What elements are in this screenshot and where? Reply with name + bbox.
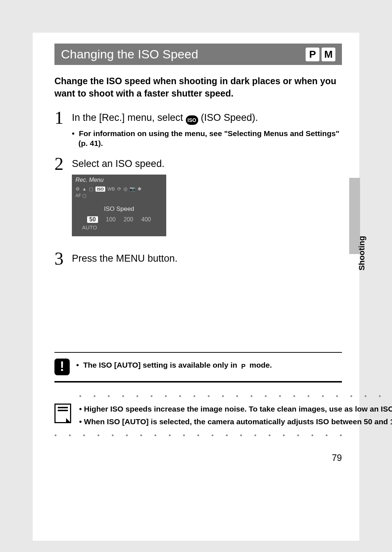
cam-value: 100 xyxy=(106,216,116,223)
page-heading-bar: Changing the ISO Speed P M xyxy=(54,44,342,65)
mode-m-icon: M xyxy=(322,48,335,61)
warning-text-after: mode. xyxy=(247,361,272,369)
mode-p-inline-icon: P xyxy=(239,363,247,371)
step-2: 2 Select an ISO speed. Rec. Menu ⚙ ▲ ▢ I… xyxy=(54,155,342,243)
dotted-divider-top: • • • • • • • • • • • • • • • • • • • • … xyxy=(79,393,392,400)
step-2-body: Select an ISO speed. Rec. Menu ⚙ ▲ ▢ ISO… xyxy=(72,155,342,243)
cam-icon: 📷 xyxy=(130,186,135,192)
cam-icon: ▲ xyxy=(82,186,87,192)
cam-auto-value: AUTO xyxy=(72,223,166,230)
cam-icon: ◎ xyxy=(123,186,127,192)
note-1: Higher ISO speeds increase the image noi… xyxy=(79,404,392,414)
cam-icon: ⚙ xyxy=(75,186,80,192)
cam-value: 400 xyxy=(141,216,151,223)
mode-icons: P M xyxy=(306,48,335,61)
manual-page: Shooting Changing the ISO Speed P M Chan… xyxy=(33,33,359,541)
step-1-note-before: For information on using the menu, see xyxy=(79,129,224,138)
step-1-note: For information on using the menu, see "… xyxy=(72,128,342,148)
cam-icon-row: ⚙ ▲ ▢ ISO WB ⟳ ◎ 📷 ✱ xyxy=(72,186,166,193)
cam-icon: WB xyxy=(107,186,115,192)
cam-menu-title: Rec. Menu xyxy=(72,177,166,186)
step-2-number: 2 xyxy=(54,155,66,243)
step-3-body: Press the MENU button. xyxy=(72,249,342,269)
cam-value-selected: 50 xyxy=(87,216,98,223)
note-box: • • • • • • • • • • • • • • • • • • • • … xyxy=(54,393,342,429)
cam-values-row: 50 100 200 400 xyxy=(72,216,166,223)
cam-value: 200 xyxy=(124,216,134,223)
warning-box-wrapper: The ISO [AUTO] setting is available only… xyxy=(54,352,342,383)
iso-icon: ISO xyxy=(186,115,198,125)
warning-text: The ISO [AUTO] setting is available only… xyxy=(76,359,272,371)
camera-menu-screenshot: Rec. Menu ⚙ ▲ ▢ ISO WB ⟳ ◎ 📷 ✱ AF ▢ ISO … xyxy=(72,175,166,236)
note-content: • • • • • • • • • • • • • • • • • • • • … xyxy=(79,393,392,429)
step-1-title-before: In the [Rec.] menu, select xyxy=(72,112,186,123)
step-1: 1 In the [Rec.] menu, select ISO (ISO Sp… xyxy=(54,109,342,148)
step-2-title: Select an ISO speed. xyxy=(72,158,342,170)
step-3-number: 3 xyxy=(54,249,66,269)
page-heading-text: Changing the ISO Speed xyxy=(61,47,198,61)
dotted-divider-bottom: • • • • • • • • • • • • • • • • • • • • … xyxy=(54,432,342,439)
step-3-title: Press the MENU button. xyxy=(72,252,342,265)
cam-setting-label: ISO Speed xyxy=(72,205,166,213)
step-1-title-after: (ISO Speed). xyxy=(201,112,258,123)
cam-icon: ✱ xyxy=(138,186,142,192)
step-1-note-em: "Selecting Menus and Settings" xyxy=(224,129,339,138)
cam-icon: ▢ xyxy=(89,186,93,192)
step-1-note-after: (p. 41). xyxy=(78,139,103,147)
page-number: 79 xyxy=(54,453,342,463)
note-2: When ISO [AUTO] is selected, the camera … xyxy=(79,417,392,427)
cam-icon-selected: ISO xyxy=(95,187,105,192)
step-1-title: In the [Rec.] menu, select ISO (ISO Spee… xyxy=(72,111,342,125)
cam-af-row: AF ▢ xyxy=(72,193,166,202)
step-1-number: 1 xyxy=(54,109,66,148)
warning-icon xyxy=(54,359,70,375)
step-1-body: In the [Rec.] menu, select ISO (ISO Spee… xyxy=(72,109,342,148)
section-tab-label: Shooting xyxy=(357,236,367,270)
warning-box: The ISO [AUTO] setting is available only… xyxy=(54,352,342,383)
step-3: 3 Press the MENU button. xyxy=(54,249,342,269)
note-icon xyxy=(54,404,71,423)
intro-text: Change the ISO speed when shooting in da… xyxy=(54,75,342,100)
warning-text-before: The ISO [AUTO] setting is available only… xyxy=(83,361,239,369)
cam-icon: ⟳ xyxy=(117,186,121,192)
mode-p-icon: P xyxy=(306,48,319,61)
